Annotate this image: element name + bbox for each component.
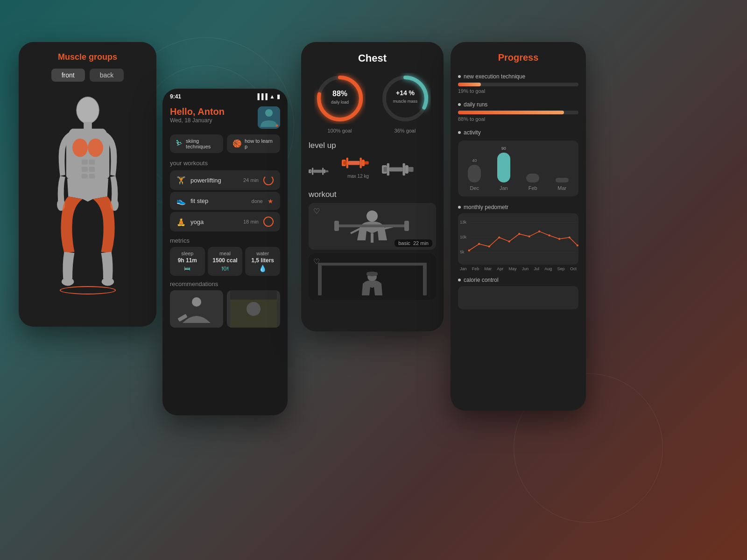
activity-chip-skiing[interactable]: ⛷ skiing techniques [170, 134, 223, 153]
progress-bar-bg-2 [458, 111, 578, 114]
workout-progress-yoga [263, 217, 274, 227]
svg-rect-35 [324, 169, 325, 173]
muscle-mass-ring: +14 % muscle mass 36% goal [380, 73, 431, 133]
status-bar: 9:41 ▐▐▐ ▲ ▮ [162, 89, 288, 102]
daily-load-ring: 88% daily load 100% goal [314, 73, 366, 133]
svg-point-52 [366, 210, 378, 222]
workout-item-fitstep[interactable]: 👟 fit step done ★ [170, 192, 280, 210]
bar-month-jan: Jan [500, 185, 508, 191]
svg-point-3 [88, 139, 103, 157]
daily-load-goal: 100% goal [314, 128, 366, 133]
svg-point-71 [468, 250, 470, 252]
svg-rect-8 [81, 174, 87, 179]
svg-rect-57 [404, 221, 409, 231]
activity-bars: 40 Dec 90 Jan Feb Mar [458, 140, 578, 196]
x-jan: Jan [460, 266, 467, 271]
calorie-label: calorie control [458, 277, 578, 283]
recommend-thumb-2[interactable] [227, 290, 280, 328]
progress-label-2: daily runs [458, 101, 578, 108]
progress-card: Progress new execution technique 19% to … [451, 42, 586, 411]
svg-point-79 [549, 234, 550, 236]
svg-text:10k: 10k [460, 235, 467, 239]
metric-sleep: sleep 9h 11m 🛏 [170, 247, 205, 276]
workout-meta-yoga: 18 min [243, 219, 259, 224]
fitstep-icon: 👟 [176, 196, 186, 205]
chart-x-labels: Jan Feb Mar Apr May Jun Jul Aug Sep Oct [458, 266, 578, 271]
x-apr: Apr [497, 266, 503, 271]
pedometer-dot [458, 206, 461, 209]
svg-rect-41 [360, 158, 362, 168]
powerlifting-icon: 🏋 [176, 176, 186, 185]
workout-video-2[interactable]: ♡ [309, 253, 436, 300]
water-icon: 💧 [250, 265, 275, 272]
metrics-section: metrics sleep 9h 11m 🛏 meal 1500 ccal 🍽 … [162, 233, 288, 278]
bar-pct-dec: 40 [472, 158, 477, 163]
basketball-label: how to learn p [245, 138, 275, 149]
svg-text:muscle mass: muscle mass [393, 99, 417, 104]
workout-label: workout [309, 190, 436, 199]
svg-rect-64 [366, 272, 378, 276]
signal-icon: ▐▐▐ [256, 93, 268, 100]
svg-rect-7 [89, 167, 95, 172]
bar-month-feb: Feb [529, 185, 537, 191]
progress-item-1: new execution technique 19% to goal [451, 70, 586, 98]
basketball-icon: 🏀 [233, 139, 242, 148]
svg-rect-5 [89, 160, 95, 165]
progress-pct-1: 19% to goal [458, 88, 578, 94]
bar-rect-dec [468, 165, 481, 182]
heart-icon-1[interactable]: ♡ [313, 207, 320, 216]
x-jul: Jul [534, 266, 540, 271]
calorie-bar [458, 286, 578, 309]
profile-thumbnail[interactable] [258, 106, 280, 129]
svg-rect-45 [384, 167, 387, 172]
svg-point-13 [101, 278, 113, 286]
svg-point-72 [478, 243, 480, 245]
recommend-thumb-1[interactable] [170, 290, 223, 328]
level-section: level up [301, 133, 444, 186]
bar-pct-jan: 90 [501, 146, 506, 151]
level-up-label: level up [309, 141, 436, 150]
workout-section: workout ♡ basic [301, 186, 444, 308]
svg-rect-49 [405, 165, 409, 174]
greeting: Hello, Anton [170, 106, 225, 117]
bar-rect-jan [497, 153, 510, 182]
svg-point-12 [61, 278, 73, 286]
metric-water: water 1,5 liters 💧 [245, 247, 280, 276]
svg-point-15 [265, 109, 273, 117]
heart-icon-2[interactable]: ♡ [313, 257, 320, 266]
back-button[interactable]: back [90, 69, 124, 82]
hello-text: Hello, Anton Wed, 18 January [170, 106, 225, 124]
metrics-label: metrics [170, 237, 280, 244]
muscle-groups-title: Muscle groups [19, 42, 156, 69]
activity-chip-basketball[interactable]: 🏀 how to learn p [227, 134, 280, 153]
svg-rect-47 [389, 168, 402, 172]
bar-dec: 40 Dec [464, 146, 486, 191]
skiing-icon: ⛷ [176, 139, 183, 148]
svg-point-78 [538, 231, 540, 232]
water-value: 1,5 liters [250, 257, 275, 264]
svg-point-75 [508, 240, 510, 242]
svg-rect-59 [318, 263, 322, 295]
recommendations-section: recommendations [162, 278, 288, 330]
hello-section: Hello, Anton Wed, 18 January [162, 102, 288, 132]
svg-point-2 [72, 139, 88, 157]
progress-pct-2: 88% to goal [458, 116, 578, 122]
bar-feb: Feb [522, 146, 544, 191]
svg-rect-39 [346, 158, 348, 168]
rings-row: 88% daily load 100% goal +14 % muscle ma… [301, 73, 444, 133]
front-button[interactable]: front [51, 69, 85, 82]
chest-card: Chest 88% daily load 100% goal +14 % mus… [301, 42, 444, 331]
workout-video-1[interactable]: ♡ basic 22 min [309, 203, 436, 250]
x-mar: Mar [485, 266, 492, 271]
progress-item-2: daily runs 88% to goal [451, 98, 586, 126]
svg-point-82 [577, 245, 578, 246]
done-star: ★ [268, 197, 274, 205]
wifi-icon: ▲ [269, 93, 275, 100]
sleep-label: sleep [175, 251, 200, 256]
recommendations-label: recommendations [170, 280, 280, 287]
svg-rect-1 [84, 122, 92, 129]
workout-item-yoga[interactable]: 🧘 yoga 18 min [170, 212, 280, 231]
battery-icon: ▮ [277, 93, 280, 100]
workout-item-powerlifting[interactable]: 🏋 powerlifting 24 min [170, 170, 280, 190]
svg-point-21 [247, 302, 261, 316]
